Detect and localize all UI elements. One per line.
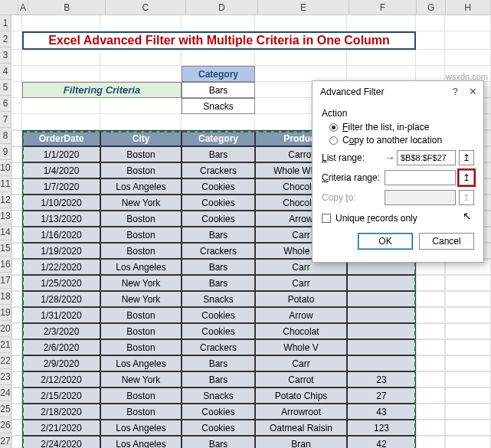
cell-product[interactable]: Carrot bbox=[255, 371, 347, 388]
row-header[interactable]: 3 bbox=[0, 47, 11, 64]
row-header[interactable]: 4 bbox=[0, 64, 11, 80]
cell-city[interactable]: Boston bbox=[100, 227, 182, 243]
cancel-button[interactable]: Cancel bbox=[419, 233, 474, 250]
cell-orderdate[interactable]: 1/1/2020 bbox=[22, 146, 100, 162]
row-header[interactable]: 19 bbox=[0, 305, 11, 321]
cell-category[interactable]: Cookies bbox=[182, 420, 255, 436]
cell-quantity[interactable]: 23 bbox=[347, 371, 416, 388]
col-header-B[interactable]: B bbox=[28, 0, 106, 15]
cell-orderdate[interactable]: 2/21/2020 bbox=[22, 420, 100, 436]
col-header-C[interactable]: C bbox=[106, 0, 186, 15]
cell-city[interactable]: Los Angeles bbox=[100, 259, 182, 275]
cell-product[interactable]: Chocolat bbox=[255, 323, 347, 339]
table-row[interactable]: 2/3/2020BostonCookiesChocolat bbox=[11, 323, 491, 339]
row-header[interactable]: 18 bbox=[0, 289, 11, 305]
row-header[interactable]: 12 bbox=[0, 192, 11, 208]
cell-category[interactable]: Bars bbox=[182, 227, 255, 243]
cell-city[interactable]: New York bbox=[100, 275, 182, 291]
table-row[interactable]: 1/25/2020New YorkBarsCarr bbox=[11, 275, 491, 291]
row-header[interactable]: 26 bbox=[0, 417, 11, 433]
cell-product[interactable]: Arrow bbox=[255, 307, 347, 323]
cell-city[interactable]: Boston bbox=[100, 388, 182, 404]
row-header[interactable]: 5 bbox=[0, 80, 11, 96]
cell-city[interactable]: New York bbox=[100, 371, 182, 388]
table-row[interactable]: 2/24/2020Los AngelesBarsBran42 bbox=[11, 436, 491, 448]
cell-city[interactable]: Boston bbox=[100, 307, 182, 323]
cell-category[interactable]: Bars bbox=[182, 371, 255, 388]
cell-orderdate[interactable]: 1/13/2020 bbox=[22, 211, 100, 227]
cell-category[interactable]: Bars bbox=[182, 436, 255, 448]
cell-city[interactable]: Boston bbox=[100, 323, 182, 339]
cell-quantity[interactable]: 42 bbox=[347, 436, 416, 448]
cell-quantity[interactable]: 43 bbox=[347, 404, 416, 420]
cell-orderdate[interactable]: 2/9/2020 bbox=[22, 355, 100, 371]
ok-button[interactable]: OK bbox=[358, 233, 413, 250]
cell-orderdate[interactable]: 1/16/2020 bbox=[22, 227, 100, 243]
help-icon[interactable]: ? bbox=[453, 86, 458, 97]
cell-product[interactable]: Bran bbox=[255, 436, 347, 448]
cell-orderdate[interactable]: 1/10/2020 bbox=[22, 195, 100, 211]
cell-orderdate[interactable]: 1/28/2020 bbox=[22, 291, 100, 307]
cell-orderdate[interactable]: 2/12/2020 bbox=[22, 371, 100, 388]
cell-city[interactable]: Los Angeles bbox=[100, 436, 182, 448]
cell-category[interactable]: Cookies bbox=[182, 307, 255, 323]
cell-orderdate[interactable]: 1/22/2020 bbox=[22, 259, 100, 275]
criteria-value-1[interactable]: Bars bbox=[182, 82, 255, 98]
cell-category[interactable]: Cookies bbox=[182, 404, 255, 420]
cell-orderdate[interactable]: 2/3/2020 bbox=[22, 323, 100, 339]
row-header[interactable]: 17 bbox=[0, 273, 11, 289]
cell-category[interactable]: Cookies bbox=[182, 178, 255, 195]
cell-city[interactable]: Boston bbox=[100, 243, 182, 259]
cell-quantity[interactable] bbox=[347, 355, 416, 371]
col-header-H[interactable]: H bbox=[446, 0, 491, 15]
list-range-collapse-button[interactable]: ↥ bbox=[459, 150, 474, 165]
table-row[interactable]: 2/6/2020BostonCrackersWhole V bbox=[11, 339, 491, 355]
criteria-range-collapse-button[interactable]: ↥ bbox=[459, 170, 474, 185]
row-header[interactable]: 9 bbox=[0, 144, 11, 160]
select-all-corner[interactable] bbox=[0, 0, 18, 15]
cell-quantity[interactable] bbox=[347, 291, 416, 307]
cell-city[interactable]: New York bbox=[100, 291, 182, 307]
col-header-G[interactable]: G bbox=[417, 0, 445, 15]
table-row[interactable]: 2/21/2020Los AngelesCookiesOatmeal Raisi… bbox=[11, 420, 491, 436]
cell-city[interactable]: Boston bbox=[100, 146, 182, 162]
col-header-A[interactable]: A bbox=[18, 0, 29, 15]
row-header[interactable]: 13 bbox=[0, 208, 11, 224]
row-header[interactable]: 1 bbox=[0, 15, 11, 31]
row-header[interactable]: 22 bbox=[0, 353, 11, 369]
cell-category[interactable]: Cookies bbox=[182, 323, 255, 339]
row-header[interactable]: 10 bbox=[0, 160, 11, 176]
col-header-D[interactable]: D bbox=[186, 0, 259, 15]
cell-city[interactable]: Los Angeles bbox=[100, 178, 182, 195]
row-header[interactable]: 8 bbox=[0, 128, 11, 144]
cell-orderdate[interactable]: 1/7/2020 bbox=[22, 178, 100, 195]
cell-category[interactable]: Crackers bbox=[182, 243, 255, 259]
row-header[interactable]: 6 bbox=[0, 96, 11, 112]
table-row[interactable]: 2/12/2020New YorkBarsCarrot23 bbox=[11, 371, 491, 388]
row-header[interactable]: 23 bbox=[0, 369, 11, 385]
cell-category[interactable]: Bars bbox=[182, 275, 255, 291]
cell-quantity[interactable]: 27 bbox=[347, 388, 416, 404]
radio-copy-location[interactable]: Copy to another location bbox=[329, 135, 474, 146]
cell-city[interactable]: Boston bbox=[100, 339, 182, 355]
cell-orderdate[interactable]: 1/19/2020 bbox=[22, 243, 100, 259]
cell-category[interactable]: Bars bbox=[182, 259, 255, 275]
row-header[interactable]: 20 bbox=[0, 321, 11, 337]
table-row[interactable]: 1/28/2020New YorkSnacksPotato bbox=[11, 291, 491, 307]
cell-quantity[interactable] bbox=[347, 323, 416, 339]
table-row[interactable]: 2/9/2020Los AngelesBarsCarr bbox=[11, 355, 491, 371]
cell-quantity[interactable] bbox=[347, 275, 416, 291]
cell-category[interactable]: Crackers bbox=[182, 339, 255, 355]
cell-category[interactable]: Snacks bbox=[182, 291, 255, 307]
table-row[interactable]: 2/18/2020BostonCookiesArrowroot43 bbox=[11, 404, 491, 420]
cell-quantity[interactable] bbox=[347, 307, 416, 323]
criteria-value-2[interactable]: Snacks bbox=[182, 98, 255, 114]
cell-category[interactable]: Bars bbox=[182, 355, 255, 371]
row-header[interactable]: 24 bbox=[0, 385, 11, 401]
cell-city[interactable]: Boston bbox=[100, 404, 182, 420]
close-icon[interactable]: ✕ bbox=[469, 86, 477, 97]
cell-category[interactable]: Cookies bbox=[182, 211, 255, 227]
col-header-E[interactable]: E bbox=[258, 0, 349, 15]
row-header[interactable]: 27 bbox=[0, 433, 11, 448]
row-header[interactable]: 21 bbox=[0, 337, 11, 353]
